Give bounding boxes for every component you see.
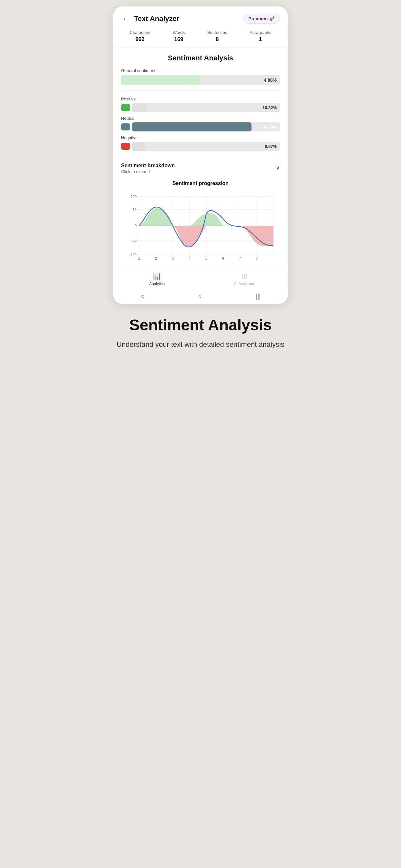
positive-color-dot (121, 104, 130, 111)
positive-bar-wrap: 10.32% (132, 103, 280, 112)
svg-text:2: 2 (155, 256, 157, 260)
svg-text:7: 7 (239, 256, 241, 260)
system-nav: < ○ ||| (113, 289, 288, 304)
svg-text:0: 0 (135, 224, 136, 228)
characters-value: 962 (135, 36, 144, 42)
stat-words: Words 169 (173, 30, 185, 42)
chart-title: Sentiment progression (121, 181, 280, 186)
analytics-icon: 📊 (153, 272, 161, 280)
positive-bar-fill (132, 103, 147, 112)
chart-section: Sentiment progression (121, 181, 280, 261)
general-bar-value: 4.88% (264, 78, 277, 83)
nav-ai-assistant[interactable]: ⊞ AI Assistant (201, 272, 288, 286)
words-value: 169 (174, 36, 183, 42)
promo-subtitle: Understand your text with detailed senti… (117, 340, 284, 350)
negative-bar-value: 8.97% (265, 144, 277, 149)
premium-badge: Premium 🚀 (243, 14, 280, 24)
svg-text:3: 3 (172, 256, 174, 260)
characters-label: Characters (130, 30, 150, 35)
negative-label: Negative (121, 135, 137, 140)
positive-row: 10.32% (121, 103, 280, 112)
sentences-label: Sentences (207, 30, 227, 35)
system-recents-button[interactable]: ||| (256, 293, 260, 300)
stats-row: Characters 962 Words 169 Sentences 8 Par… (113, 27, 288, 48)
chart-wrap: 100 50 0 -50 -100 1 2 3 4 5 6 7 8 (121, 190, 280, 261)
analytics-label: Analytics (149, 282, 165, 286)
nav-analytics[interactable]: 📊 Analytics (113, 272, 201, 286)
svg-text:-50: -50 (131, 238, 136, 242)
neutral-bar-value: 80.70% (263, 125, 277, 129)
words-label: Words (173, 30, 185, 35)
breakdown-subtitle: Click to expand (121, 169, 175, 174)
paragraphs-value: 1 (259, 36, 262, 42)
positive-label: Positive (121, 97, 136, 101)
section-title: Sentiment Analysis (121, 54, 280, 62)
negative-color-dot (121, 143, 130, 150)
svg-text:-100: -100 (129, 253, 136, 257)
paragraphs-label: Paragraphs (250, 30, 271, 35)
breakdown-title: Sentiment breakdown (121, 163, 175, 168)
phone-card: ← Text Analyzer Premium 🚀 Characters 962… (113, 6, 288, 304)
svg-text:50: 50 (133, 208, 136, 212)
chart-negative-fill-2 (240, 226, 274, 246)
svg-text:6: 6 (222, 256, 224, 260)
system-home-button[interactable]: ○ (198, 293, 202, 300)
promo-title: Sentiment Analysis (117, 317, 284, 334)
neutral-color-dot (121, 123, 130, 130)
general-sentiment-group: General sentiment 4.88% (121, 68, 280, 85)
ai-assistant-icon: ⊞ (241, 272, 247, 280)
svg-text:5: 5 (205, 256, 207, 260)
general-bar-fill (121, 75, 201, 85)
negative-bar-fill (132, 142, 145, 151)
general-sentiment-label: General sentiment (121, 68, 280, 73)
sentiment-chart-svg: 100 50 0 -50 -100 1 2 3 4 5 6 7 8 (121, 190, 280, 261)
negative-bar-wrap: 8.97% (132, 142, 280, 151)
divider-1 (121, 90, 280, 91)
positive-bar-value: 10.32% (263, 105, 277, 110)
svg-text:100: 100 (131, 195, 136, 198)
general-sentiment-bar: 4.88% (121, 75, 280, 85)
back-button[interactable]: ← (121, 13, 130, 24)
negative-row: 8.97% (121, 142, 280, 151)
sentences-value: 8 (216, 36, 219, 42)
neutral-label: Neutral (121, 116, 135, 121)
app-header: ← Text Analyzer Premium 🚀 (113, 6, 288, 27)
app-title: Text Analyzer (134, 14, 239, 23)
neutral-bar-wrap: 80.70% (132, 122, 280, 131)
ai-assistant-label: AI Assistant (234, 282, 254, 286)
breakdown-text: Sentiment breakdown Click to expand (121, 163, 175, 174)
stat-paragraphs: Paragraphs 1 (250, 30, 271, 42)
neutral-bar-fill (132, 122, 251, 131)
stat-sentences: Sentences 8 (207, 30, 227, 42)
main-content: Sentiment Analysis General sentiment 4.8… (113, 48, 288, 268)
chevron-down-icon: ∨ (276, 164, 280, 171)
neutral-row: 80.70% (121, 122, 280, 131)
promo-section: Sentiment Analysis Understand your text … (109, 304, 292, 356)
svg-text:8: 8 (256, 256, 258, 260)
svg-text:4: 4 (189, 256, 190, 260)
stat-characters: Characters 962 (130, 30, 150, 42)
system-back-button[interactable]: < (141, 293, 144, 300)
divider-2 (121, 156, 280, 156)
breakdown-header[interactable]: Sentiment breakdown Click to expand ∨ (121, 161, 280, 175)
svg-text:1: 1 (138, 256, 140, 260)
bottom-nav: 📊 Analytics ⊞ AI Assistant (113, 268, 288, 289)
